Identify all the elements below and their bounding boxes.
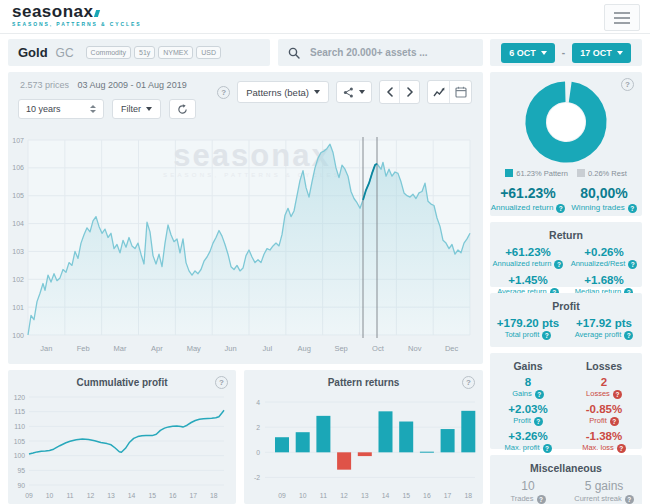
- svg-text:16: 16: [169, 492, 177, 499]
- max-profit: +3.26%Max. profit?: [490, 430, 566, 453]
- patterns-beta-button[interactable]: Patterns (beta): [237, 81, 329, 103]
- profit-card: Profit +179.20 ptsTotal profit? +17.92 p…: [490, 293, 642, 347]
- svg-text:13: 13: [107, 492, 115, 499]
- help-icon[interactable]: ?: [613, 390, 622, 399]
- calendar-view-button[interactable]: [449, 81, 471, 103]
- svg-text:10: 10: [46, 492, 54, 499]
- hamburger-icon: [614, 12, 630, 14]
- range-controls: 10 years Filter: [18, 99, 196, 119]
- chevron-down-icon: [541, 51, 547, 55]
- help-icon[interactable]: ?: [610, 417, 619, 426]
- chevron-left-icon: [386, 87, 394, 97]
- search-input[interactable]: [308, 46, 473, 59]
- hamburger-menu-button[interactable]: [604, 4, 640, 31]
- overview-stats: +61.23% Annualized return? 80,00% Winnin…: [490, 185, 642, 213]
- svg-text:-2: -2: [254, 474, 260, 481]
- next-pattern-button[interactable]: [399, 81, 419, 103]
- chart-toolbar: ? Patterns (beta): [217, 80, 472, 104]
- svg-text:13: 13: [361, 492, 369, 499]
- pattern-returns-chart[interactable]: -202409101112131415161718: [247, 392, 480, 502]
- filter-button[interactable]: Filter: [112, 99, 161, 119]
- svg-text:0: 0: [256, 449, 260, 456]
- chart-help-icon[interactable]: ?: [217, 86, 230, 99]
- help-icon[interactable]: ?: [556, 204, 565, 213]
- chevron-down-icon: [359, 90, 365, 94]
- help-icon[interactable]: ?: [534, 417, 543, 426]
- legend-rest: 0.26% Rest: [577, 169, 627, 178]
- line-chart-icon: [433, 86, 445, 98]
- annualized-rest: +0.26%Annualized/Rest?: [566, 246, 642, 269]
- chart-view-button[interactable]: [428, 81, 449, 103]
- asset-name: Gold: [18, 45, 48, 60]
- legend-pattern: 61.23% Pattern: [505, 169, 568, 178]
- svg-text:Jan: Jan: [40, 344, 52, 353]
- svg-text:Nov: Nov: [408, 344, 422, 353]
- pattern-donut-chart: [522, 78, 610, 166]
- reset-button[interactable]: [169, 99, 196, 119]
- pattern-nav-group: [379, 80, 420, 104]
- pattern-overview-card: ? 61.23% Pattern 0.26% Rest +61.23% Annu…: [490, 72, 642, 216]
- start-date-button[interactable]: 6 OCT: [501, 43, 555, 63]
- tag-commodity[interactable]: Commodity: [86, 46, 131, 59]
- svg-text:Jun: Jun: [225, 344, 237, 353]
- svg-text:Oct: Oct: [372, 344, 385, 353]
- date-range-separator: -: [562, 47, 565, 58]
- donut-chart-wrap: [490, 78, 642, 166]
- help-icon[interactable]: ?: [628, 204, 637, 213]
- cumulative-help-icon[interactable]: ?: [215, 376, 228, 389]
- chevron-down-icon: [617, 51, 623, 55]
- svg-text:105: 105: [14, 438, 26, 445]
- svg-text:seasonax: seasonax: [173, 138, 330, 173]
- pattern-returns-title: Pattern returns: [244, 377, 483, 388]
- svg-text:100: 100: [12, 332, 24, 339]
- svg-text:104: 104: [12, 220, 24, 227]
- help-icon[interactable]: ?: [535, 390, 544, 399]
- years-range-select[interactable]: 10 years: [18, 99, 104, 119]
- svg-text:May: May: [187, 344, 201, 353]
- asset-symbol: GC: [56, 46, 74, 60]
- help-icon[interactable]: ?: [624, 331, 633, 340]
- cumulative-profit-card: Cummulative profit ? 9095100105110115120…: [8, 370, 236, 504]
- select-stepper-icon: [90, 105, 96, 113]
- svg-text:107: 107: [12, 137, 24, 144]
- svg-text:15: 15: [148, 492, 156, 499]
- tag-currency[interactable]: USD: [196, 46, 221, 59]
- help-icon[interactable]: ?: [554, 260, 563, 269]
- seasonal-chart-card: 2.573 prices 03 Aug 2009 - 01 Aug 2019 1…: [8, 72, 483, 364]
- gains-count: 8Gains?: [490, 376, 566, 399]
- annualized-return: +61.23%Annualized return?: [490, 246, 566, 269]
- search-bar[interactable]: [278, 39, 483, 66]
- help-icon[interactable]: ?: [628, 260, 637, 269]
- svg-text:120: 120: [14, 394, 26, 401]
- tag-history-years[interactable]: 51y: [134, 46, 155, 59]
- svg-text:90: 90: [17, 482, 25, 489]
- previous-pattern-button[interactable]: [380, 81, 399, 103]
- average-profit: +17.92 ptsAverage profit?: [566, 317, 642, 340]
- share-button[interactable]: [336, 81, 372, 103]
- tag-exchange[interactable]: NYMEX: [158, 46, 193, 59]
- gains-profit: +2.03%Profit?: [490, 403, 566, 426]
- help-icon[interactable]: ?: [625, 495, 634, 504]
- svg-text:Jul: Jul: [263, 344, 273, 353]
- total-profit: +179.20 ptsTotal profit?: [490, 317, 566, 340]
- svg-text:105: 105: [12, 192, 24, 199]
- pattern-returns-help-icon[interactable]: ?: [462, 376, 475, 389]
- current-streak: 5 gainsCurrent streak?: [566, 479, 642, 504]
- cumulative-profit-chart[interactable]: 909510010511011512009101112131415161718: [11, 392, 235, 502]
- profit-title: Profit: [490, 300, 642, 312]
- end-date-button[interactable]: 17 OCT: [572, 43, 631, 63]
- svg-text:Sep: Sep: [334, 344, 347, 353]
- help-icon[interactable]: ?: [537, 495, 546, 504]
- help-icon[interactable]: ?: [542, 331, 551, 340]
- help-icon[interactable]: ?: [543, 444, 552, 453]
- losses-profit: -0.85%Profit?: [566, 403, 642, 426]
- reset-icon: [177, 104, 188, 115]
- svg-text:102: 102: [12, 276, 24, 283]
- seasonax-app: { "brand": {"logo": "seasonax", "tagline…: [0, 0, 650, 504]
- donut-legend: 61.23% Pattern 0.26% Rest: [490, 169, 642, 178]
- seasonax-logo[interactable]: seasonax SEASONS, PATTERNS & CYCLES: [12, 3, 142, 27]
- svg-text:103: 103: [12, 248, 24, 255]
- seasonal-price-chart[interactable]: 100101102103104105106107JanFebMarAprMayJ…: [12, 130, 479, 360]
- search-icon: [288, 47, 300, 59]
- help-icon[interactable]: ?: [617, 444, 626, 453]
